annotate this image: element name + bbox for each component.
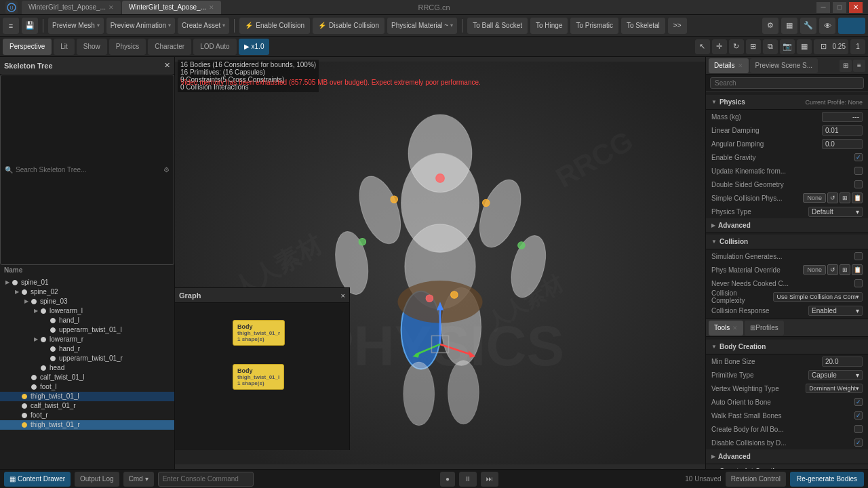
double-sided-checkbox[interactable] — [854, 180, 863, 188]
show-tab[interactable]: Show — [77, 39, 107, 55]
tree-item-4[interactable]: hand_l — [0, 316, 174, 325]
never-needs-cooked-checkbox[interactable] — [854, 279, 863, 287]
preview-animation-dropdown[interactable]: Preview Animation ▾ — [106, 18, 175, 34]
scale-icon[interactable]: ⊞ — [746, 39, 761, 54]
select-icon[interactable]: ↖ — [695, 39, 710, 54]
tree-item-10[interactable]: calf_twist_01_l — [0, 373, 174, 382]
tree-item-14[interactable]: foot_r — [0, 411, 174, 420]
preview-mesh-dropdown[interactable]: Preview Mesh ▾ — [48, 18, 104, 34]
lit-tab[interactable]: Lit — [54, 39, 75, 55]
layout-icon[interactable]: ▦ — [781, 18, 797, 34]
tools-advanced-header[interactable]: ▶ Advanced — [706, 449, 868, 464]
advanced-header[interactable]: ▶ Advanced — [706, 218, 868, 233]
save-icon[interactable]: 💾 — [22, 18, 38, 34]
linear-damping-input[interactable] — [822, 125, 863, 136]
tab-2[interactable]: WinterGirl_test_Apose_... ✕ — [122, 1, 221, 14]
tree-item-9[interactable]: head — [0, 363, 174, 373]
update-kinematic-checkbox[interactable] — [854, 167, 863, 175]
cmd-button[interactable]: Cmd ▾ — [123, 472, 154, 487]
tree-item-2[interactable]: ▶spine_03 — [0, 297, 174, 306]
graph-node-2[interactable]: Body thigh_twist_01_l 1 shape(s) — [233, 364, 284, 390]
simple-collision-browse[interactable]: ⊞ — [840, 192, 850, 203]
stop-transport-button[interactable]: ⏭ — [481, 472, 498, 487]
lod-auto-tab[interactable]: LOD Auto — [193, 39, 236, 55]
min-bone-size-input[interactable] — [822, 357, 863, 367]
skeleton-settings-icon[interactable]: ⚙ — [163, 166, 170, 174]
tab-1-close[interactable]: ✕ — [108, 4, 114, 11]
disable-collisions-checkbox[interactable] — [854, 439, 863, 447]
collision-header[interactable]: ▼ Collision — [706, 235, 868, 249]
right-layout-icon[interactable]: ⊞ — [840, 60, 852, 72]
skeleton-search-input[interactable] — [16, 166, 161, 174]
tree-item-12[interactable]: thigh_twist_01_l — [0, 392, 174, 401]
physics-header[interactable]: ▼ Physics Current Profile: None — [706, 95, 868, 110]
to-ball-socket-button[interactable]: To Ball & Socket — [467, 18, 528, 34]
physical-material-dropdown[interactable]: Physical Material ~ ▾ — [387, 18, 457, 34]
revision-control-button[interactable]: Revision Control — [726, 472, 786, 487]
perspective-tab[interactable]: Perspective — [3, 39, 52, 55]
move-icon[interactable]: ✛ — [712, 39, 727, 54]
graph-node-1[interactable]: Body thigh_twist_01_r 1 shape(s) — [233, 320, 285, 346]
tree-item-0[interactable]: ▶spine_01 — [0, 278, 174, 287]
tree-item-7[interactable]: hand_r — [0, 344, 174, 354]
tab-1[interactable]: WinterGirl_test_Apose_... ✕ — [22, 1, 121, 14]
rotate-icon[interactable]: ↻ — [729, 39, 744, 54]
details-tab[interactable]: Details ✕ — [709, 58, 749, 73]
view-icon[interactable]: 👁 — [819, 18, 835, 34]
camera-icon[interactable]: 📷 — [780, 39, 795, 54]
graph-content[interactable]: Body thigh_twist_01_r 1 shape(s) Body th… — [175, 303, 349, 450]
body-creation-header[interactable]: ▼ Body Creation — [706, 340, 868, 354]
collision-response-dropdown[interactable]: Enabled ▾ — [808, 306, 863, 316]
tree-item-15[interactable]: thigh_twist_01_r — [0, 420, 174, 430]
tools-tab[interactable]: Tools ✕ — [709, 321, 743, 336]
create-body-checkbox[interactable] — [854, 425, 863, 433]
create-asset-dropdown[interactable]: Create Asset ▾ — [178, 18, 229, 34]
enable-gravity-checkbox[interactable] — [854, 153, 863, 161]
frame-icon[interactable]: 1 — [850, 39, 865, 54]
disable-collision-button[interactable]: ⚡ Disable Collision — [313, 18, 384, 34]
play-transport-button[interactable]: ● — [440, 472, 455, 487]
profiles-tab[interactable]: ⊞ Profiles — [745, 321, 783, 336]
tree-item-11[interactable]: foot_l — [0, 382, 174, 392]
viewport[interactable]: 16 Bodies (16 Considered for bounds, 100… — [175, 57, 705, 469]
more-button[interactable]: >> — [668, 18, 687, 34]
console-input[interactable] — [158, 472, 254, 487]
action-button[interactable] — [838, 18, 865, 34]
phys-material-copy[interactable]: 📋 — [852, 264, 863, 275]
to-hinge-button[interactable]: To Hinge — [530, 18, 568, 34]
surface-snapping-icon[interactable]: ⊡ — [816, 39, 831, 54]
tools-icon[interactable]: 🔧 — [800, 18, 816, 34]
simulation-generates-checkbox[interactable] — [854, 252, 863, 260]
grid-icon[interactable]: ▦ — [797, 39, 812, 54]
maximize-button[interactable]: □ — [833, 2, 846, 13]
minimize-button[interactable]: ─ — [816, 2, 830, 13]
play-button[interactable]: ▶ x1.0 — [239, 39, 270, 55]
phys-material-browse[interactable]: ⊞ — [840, 264, 850, 275]
primitive-type-dropdown[interactable]: Capsule ▾ — [808, 370, 863, 380]
tree-item-13[interactable]: calf_twist_01_r — [0, 401, 174, 411]
constraint-creation-header[interactable]: ▼ Constraint Creation — [706, 464, 868, 469]
graph-close[interactable]: × — [341, 291, 345, 300]
preview-scene-tab[interactable]: Preview Scene S... — [750, 58, 818, 73]
output-log-button[interactable]: Output Log — [75, 472, 119, 487]
phys-material-reset[interactable]: ↺ — [827, 264, 838, 275]
to-skeletal-button[interactable]: To Skeletal — [621, 18, 665, 34]
settings-icon[interactable]: ⚙ — [762, 18, 778, 34]
to-prismatic-button[interactable]: To Prismatic — [570, 18, 618, 34]
angular-damping-input[interactable] — [822, 139, 863, 149]
regen-bodies-button[interactable]: Re-generate Bodies — [790, 472, 864, 487]
skeleton-close[interactable]: ✕ — [164, 61, 170, 70]
simple-collision-copy[interactable]: 📋 — [852, 192, 863, 203]
details-tab-close[interactable]: ✕ — [738, 62, 743, 69]
physics-tab[interactable]: Physics — [109, 39, 146, 55]
tab-2-close[interactable]: ✕ — [209, 4, 214, 11]
right-menu-icon[interactable]: ≡ — [853, 60, 865, 72]
tree-item-6[interactable]: ▶lowerarm_r — [0, 335, 174, 344]
pause-transport-button[interactable]: ⏸ — [459, 472, 477, 487]
simple-collision-reset[interactable]: ↺ — [827, 192, 838, 203]
auto-orient-checkbox[interactable] — [854, 398, 863, 406]
collision-complexity-dropdown[interactable]: Use Simple Collision As Com ▾ — [773, 292, 863, 302]
enable-collision-button[interactable]: ⚡ Enable Collision — [239, 18, 310, 34]
transform-icon[interactable]: ⧉ — [763, 39, 778, 54]
right-search-input[interactable] — [710, 77, 864, 89]
